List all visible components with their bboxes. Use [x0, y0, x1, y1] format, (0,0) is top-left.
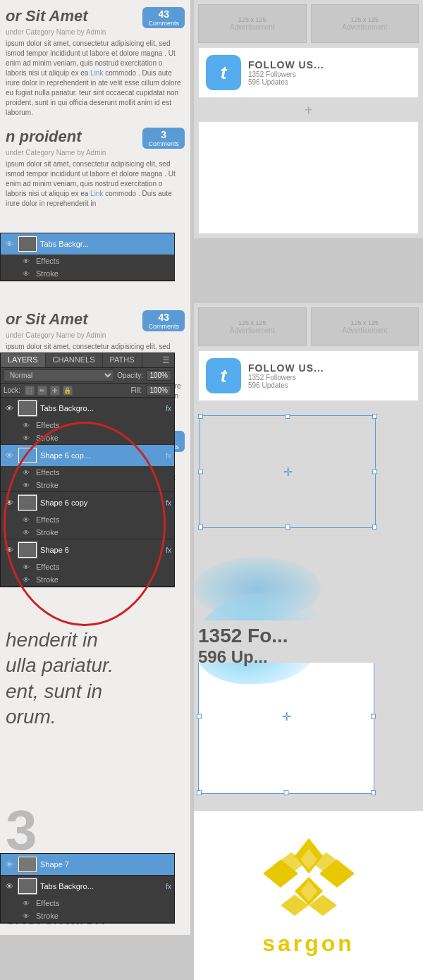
eye-sub-stroke-tabs-bg-bottom[interactable]: 👁	[20, 911, 32, 921]
tab-paths[interactable]: PATHS	[103, 353, 142, 367]
handle-bc[interactable]	[286, 525, 290, 529]
eye-sub-effects-tabs-bg-bottom[interactable]: 👁	[20, 898, 32, 908]
fx-badge-tabs-bg-bottom: fx	[166, 883, 171, 890]
sub-effects-tabs-bg-bottom: 👁 Effects	[1, 897, 174, 909]
eye-sub-effects-shape6-cop[interactable]: 👁	[20, 467, 32, 477]
eye-icon-stroke-top[interactable]: 👁	[20, 269, 32, 278]
effects-sub-label-shape6: Effects	[36, 563, 59, 571]
mid-comments-count-1: 43	[158, 312, 169, 323]
post-link-2[interactable]: Link	[90, 190, 103, 197]
lock-position-icon[interactable]: ✛	[50, 386, 60, 396]
handle-br[interactable]	[372, 525, 377, 529]
twitter-letter: t	[221, 62, 227, 84]
sargon-logo-svg	[252, 835, 365, 926]
layer-row-shape6-cop[interactable]: 👁 Shape 6 cop... fx 👁 Effects 👁 Stroke	[1, 445, 174, 492]
updates-large-text: 596 Up...	[198, 647, 419, 667]
tab-layers[interactable]: LAYERS	[1, 353, 46, 367]
handle-tl[interactable]	[198, 414, 203, 419]
sub-effects-shape6-cop: 👁 Effects	[1, 466, 174, 479]
ad-label-mid-1: Advertisement	[230, 326, 275, 334]
layers-scroll-area: 👁 Tabs Backgro... fx 👁 Effects 👁 Stroke …	[1, 398, 174, 587]
comment-block: 3	[6, 802, 185, 859]
post-meta-2: under Category Name by Admin	[6, 149, 185, 157]
mid-comments-label-1: Comments	[148, 323, 179, 330]
eye-sub-stroke-tabs-bg[interactable]: 👁	[20, 433, 32, 443]
layer-row-tabs-bg-top[interactable]: 👁 Tabs Backgr... 👁 Effects 👁 Stroke	[1, 233, 174, 281]
handle-tc[interactable]	[286, 414, 290, 419]
handle-bl[interactable]	[198, 525, 203, 529]
stroke-sub-label-shape6: Stroke	[36, 575, 59, 584]
updates-count-mid: 596 Updates	[248, 381, 324, 389]
layers-lock-row: Lock: ⬚ ✏ ✛ 🔒 Fill: 100%	[1, 384, 174, 398]
eye-sub-stroke-shape6[interactable]: 👁	[20, 575, 32, 584]
eye-icon-shape6[interactable]: 👁	[4, 545, 15, 555]
eye-sub-effects-tabs-bg[interactable]: 👁	[20, 420, 32, 430]
eye-icon-shape6-cop[interactable]: 👁	[4, 451, 15, 460]
eye-icon-top[interactable]: 👁	[4, 239, 15, 249]
ad-dims-2: 125 x 125	[350, 16, 379, 23]
big-comment-number: 3	[6, 802, 37, 859]
fill-value[interactable]: 100%	[146, 385, 171, 396]
opacity-value[interactable]: 100%	[146, 370, 171, 381]
layers-menu-icon[interactable]: ☰	[158, 353, 174, 367]
handle-mr[interactable]	[372, 470, 377, 474]
eye-icon-shape6-copy[interactable]: 👁	[4, 498, 15, 508]
post-meta-1: under Category Name by Admin	[6, 28, 185, 36]
comment-badge-2: 3 Comments	[142, 128, 185, 149]
right-sidebar-mid: 125 x 125 Advertisement 125 x 125 Advert…	[194, 303, 423, 627]
handle-tr[interactable]	[372, 414, 377, 419]
effects-sub-label-tabs-bg-bottom: Effects	[36, 899, 59, 907]
sub-stroke-tabs-bg: 👁 Stroke	[1, 431, 174, 444]
eye-icon-shape7[interactable]: 👁	[4, 859, 15, 869]
sub-stroke-shape6-copy: 👁 Stroke	[1, 526, 174, 539]
layer-name-shape7: Shape 7	[40, 860, 171, 869]
selection-border: ✛	[200, 415, 376, 528]
stroke-sub-label-shape6-cop: Stroke	[36, 481, 59, 489]
lock-all-icon[interactable]: 🔒	[63, 386, 73, 396]
layers-panel-top: 👁 Tabs Backgr... 👁 Effects 👁 Stroke	[0, 233, 175, 281]
tab-channels[interactable]: CHANNELS	[46, 353, 103, 367]
eye-sub-stroke-shape6-copy[interactable]: 👁	[20, 527, 32, 537]
twitter-follow-box-mid: t FOLLOW US... 1352 Followers 596 Update…	[198, 350, 419, 401]
ad-box-mid-2: 125 x 125 Advertisement	[311, 307, 419, 346]
eye-sub-effects-shape6-copy[interactable]: 👁	[20, 515, 32, 525]
fx-badge-tabs-bg: fx	[166, 405, 171, 412]
effects-label-top: Effects	[36, 257, 59, 265]
lock-transparent-icon[interactable]: ⬚	[25, 386, 35, 396]
layer-row-shape6-copy[interactable]: 👁 Shape 6 copy fx 👁 Effects 👁 Stroke	[1, 492, 174, 539]
eye-icon-effects-top[interactable]: 👁	[20, 256, 32, 266]
blog-post-2: 3 Comments n proident under Category Nam…	[6, 128, 185, 209]
twitter-icon-mid: t	[206, 358, 241, 393]
mid-comment-badge-1: 43 Comments	[142, 310, 185, 331]
layer-sub-stroke-top: 👁 Stroke	[1, 267, 174, 280]
ad-label-2: Advertisement	[342, 23, 387, 31]
layer-row-shape6[interactable]: 👁 Shape 6 fx 👁 Effects 👁 Stroke	[1, 539, 174, 587]
thumb-shape6	[18, 541, 37, 558]
layer-sub-effects-top: 👁 Effects	[1, 255, 174, 267]
followers-count-mid: 1352 Followers	[248, 374, 324, 381]
eye-icon-tabs-bg[interactable]: 👁	[4, 403, 15, 413]
handle-ml[interactable]	[198, 470, 203, 474]
thumb-tabs-bg-bottom	[18, 878, 37, 895]
followers-count-top: 1352 Followers	[248, 71, 324, 78]
post-link-1[interactable]: Link	[90, 69, 103, 77]
follow-title-top: FOLLOW US...	[248, 59, 324, 71]
twitter-icon-top: t	[206, 55, 241, 90]
lock-image-icon[interactable]: ✏	[37, 386, 47, 396]
eye-sub-effects-shape6[interactable]: 👁	[20, 562, 32, 572]
eye-icon-tabs-bg-bottom[interactable]: 👁	[4, 881, 15, 891]
eye-sub-stroke-shape6-cop[interactable]: 👁	[20, 480, 32, 490]
ad-label-mid-2: Advertisement	[342, 326, 387, 334]
opacity-label: Opacity:	[117, 372, 143, 379]
layers-panel-main: LAYERS CHANNELS PATHS ☰ Normal Opacity: …	[0, 353, 175, 587]
right-followers-large: 1352 Fo... 596 Up...	[194, 620, 423, 663]
ad-row-top: 125 x 125 Advertisement 125 x 125 Advert…	[198, 4, 419, 43]
layer-row-shape7[interactable]: 👁 Shape 7	[1, 854, 174, 876]
comments-label-1: Comments	[148, 20, 179, 27]
layer-row-tabs-bg[interactable]: 👁 Tabs Backgro... fx 👁 Effects 👁 Stroke	[1, 398, 174, 445]
layer-name-shape6-cop: Shape 6 cop...	[40, 451, 161, 460]
layer-row-tabs-bg-bottom[interactable]: 👁 Tabs Backgro... fx 👁 Effects 👁 Stroke	[1, 876, 174, 923]
ad-box-mid-1: 125 x 125 Advertisement	[198, 307, 307, 346]
blend-mode-select[interactable]: Normal	[4, 369, 114, 381]
sargon-brand-text: sargon	[262, 931, 355, 957]
